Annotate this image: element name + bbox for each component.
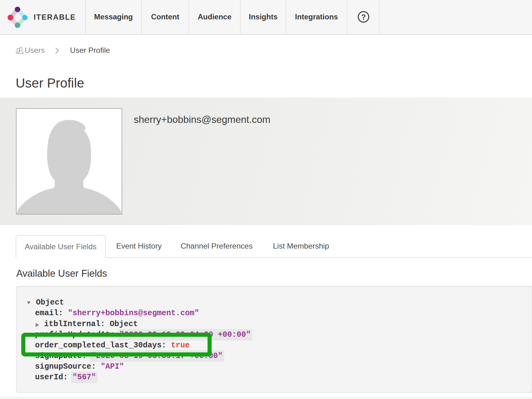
svg-text:ITERABLE: ITERABLE	[34, 13, 76, 21]
svg-text:?: ?	[361, 13, 366, 21]
